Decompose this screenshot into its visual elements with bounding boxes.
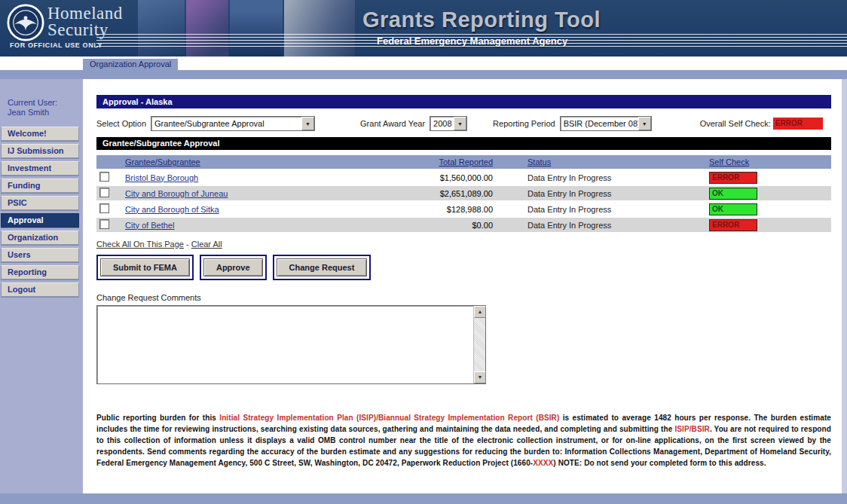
sidebar-item-ij-submission[interactable]: IJ Submission (1, 144, 79, 158)
tab-strip: Organization Approval (0, 57, 847, 70)
filter-controls: Select Option Grantee/Subgrantee Approva… (96, 115, 831, 132)
scroll-down-icon[interactable]: ▼ (474, 371, 486, 383)
sidebar: Current User: Jean Smith Welcome!IJ Subm… (0, 79, 83, 493)
select-option-dropdown[interactable]: Grantee/Subgrantee Approval ▼ (151, 116, 315, 131)
table-body: Bristol Bay Borough$1,560,000.00Data Ent… (96, 170, 831, 234)
comments-field-wrapper: ▲ ▼ (96, 305, 486, 384)
total-reported-cell: $1,560,000.00 (417, 173, 493, 182)
note-segment: XXXX (533, 459, 553, 467)
sidebar-item-welcome[interactable]: Welcome! (1, 127, 79, 141)
row-checkbox[interactable] (99, 172, 109, 182)
link-separator: - (184, 240, 191, 249)
paperwork-burden-note: Public reporting burden for this Initial… (96, 412, 831, 469)
app-header: Homeland Security FOR OFFICIAL USE ONLY … (0, 0, 847, 57)
bottom-band (0, 493, 847, 504)
chevron-down-icon: ▼ (301, 117, 314, 130)
action-buttons: Submit to FEMAApproveChange Request (96, 255, 831, 280)
grantee-link[interactable]: Bristol Bay Borough (125, 173, 198, 182)
sidebar-nav: Welcome!IJ SubmissionInvestmentFundingPS… (0, 127, 83, 297)
self-check-badge: OK (709, 203, 757, 215)
chevron-down-icon: ▼ (454, 117, 466, 130)
submit-to-fema-button-frame: Submit to FEMA (96, 255, 194, 280)
reporting-period-label: Reporting Period (493, 119, 555, 128)
column-header-self-check[interactable]: Self Check (709, 157, 749, 166)
wordmark-line1: Homeland (47, 5, 123, 22)
column-header-grantee[interactable]: Grantee/Subgrantee (125, 157, 200, 166)
overall-self-check-status-badge: ERROR (773, 118, 823, 130)
note-segment: ISIP/BSIR (674, 425, 709, 433)
page: Homeland Security FOR OFFICIAL USE ONLY … (0, 0, 847, 504)
sidebar-item-users[interactable]: Users (1, 248, 79, 262)
scrollbar[interactable]: ▲ ▼ (473, 306, 485, 383)
grantee-link[interactable]: City of Bethel (125, 221, 174, 230)
overall-self-check-label: Overall Self Check: (700, 119, 771, 128)
column-header-status[interactable]: Status (527, 157, 551, 166)
current-user: Current User: Jean Smith (8, 98, 83, 118)
sidebar-item-approval[interactable]: Approval (1, 213, 79, 228)
grantee-link[interactable]: City and Borough of Sitka (125, 205, 219, 214)
self-check-badge: OK (709, 188, 757, 200)
check-all-link[interactable]: Check All On This Page (96, 240, 184, 249)
self-check-badge: ERROR (709, 172, 757, 184)
change-request-button[interactable]: Change Request (277, 258, 368, 276)
app-subtitle: Federal Emergency Management Agency (377, 35, 567, 47)
row-checkbox[interactable] (99, 188, 109, 197)
section-title-bar: Approval - Alaska (96, 95, 831, 108)
current-user-name: Jean Smith (8, 108, 83, 118)
approve-button[interactable]: Approve (203, 258, 263, 276)
dhs-seal-icon (7, 4, 44, 41)
grant-award-year-label: Grant Award Year (360, 119, 425, 128)
sidebar-item-psic[interactable]: PSIC (1, 196, 79, 210)
column-header-total-reported[interactable]: Total Reported (439, 157, 493, 166)
sidebar-item-logout[interactable]: Logout (1, 283, 79, 297)
self-check-badge: ERROR (709, 219, 757, 231)
grantee-link[interactable]: City and Borough of Juneau (125, 189, 228, 198)
total-reported-cell: $128,988.00 (417, 205, 493, 214)
main-area: Approval - Alaska Select Option Grantee/… (83, 79, 847, 493)
wordmark-line2: Security (47, 22, 123, 38)
approve-button-frame: Approve (200, 255, 267, 280)
row-checkbox[interactable] (99, 219, 109, 229)
table-row: City of Bethel$0.00Data Entry In Progres… (96, 218, 831, 234)
reporting-period-dropdown[interactable]: BSIR (December 08) ▼ (560, 116, 652, 131)
status-cell: Data Entry In Progress (527, 221, 611, 230)
change-request-button-frame: Change Request (273, 255, 372, 280)
note-segment: NOTE: Do not send your completed form to… (558, 459, 766, 467)
bulk-select-links: Check All On This Page - Clear All (96, 240, 831, 249)
note-segment: Initial Strategy Implementation Plan (IS… (219, 414, 559, 422)
total-reported-cell: $2,651,089.00 (417, 189, 493, 198)
current-user-label: Current User: (8, 98, 83, 108)
sidebar-item-investment[interactable]: Investment (1, 161, 79, 176)
table-header-row: Grantee/Subgrantee Total Reported Status… (96, 155, 831, 170)
submit-to-fema-button[interactable]: Submit to FEMA (100, 258, 190, 276)
scroll-up-icon[interactable]: ▲ (474, 306, 486, 318)
total-reported-cell: $0.00 (417, 221, 493, 230)
status-cell: Data Entry In Progress (527, 173, 611, 182)
header-band (0, 70, 847, 79)
clear-all-link[interactable]: Clear All (191, 240, 222, 249)
table-row: City and Borough of Sitka$128,988.00Data… (96, 202, 831, 218)
grant-award-year-dropdown[interactable]: 2008 ▼ (430, 116, 467, 131)
note-segment: Public reporting burden for this (96, 414, 219, 422)
status-cell: Data Entry In Progress (527, 205, 611, 214)
tab-organization-approval[interactable]: Organization Approval (83, 59, 178, 70)
app-title: Grants Reporting Tool (362, 8, 601, 32)
sidebar-item-reporting[interactable]: Reporting (1, 265, 79, 279)
table-row: Bristol Bay Borough$1,560,000.00Data Ent… (96, 170, 831, 186)
sidebar-item-funding[interactable]: Funding (1, 179, 79, 193)
right-edge-strip (842, 79, 847, 493)
subsection-title-bar: Grantee/Subgrantee Approval (96, 137, 831, 150)
fouo-label: FOR OFFICIAL USE ONLY (10, 41, 102, 49)
table-row: City and Borough of Juneau$2,651,089.00D… (96, 186, 831, 202)
approval-table: Grantee/Subgrantee Total Reported Status… (96, 155, 831, 234)
comments-label: Change Request Comments (96, 293, 831, 302)
homeland-security-wordmark: Homeland Security (47, 5, 123, 38)
status-cell: Data Entry In Progress (527, 189, 611, 198)
sidebar-item-organization[interactable]: Organization (1, 231, 79, 245)
row-checkbox[interactable] (99, 203, 109, 213)
select-option-label: Select Option (96, 119, 146, 128)
chevron-down-icon: ▼ (638, 117, 651, 130)
change-request-comments-input[interactable] (98, 307, 472, 383)
